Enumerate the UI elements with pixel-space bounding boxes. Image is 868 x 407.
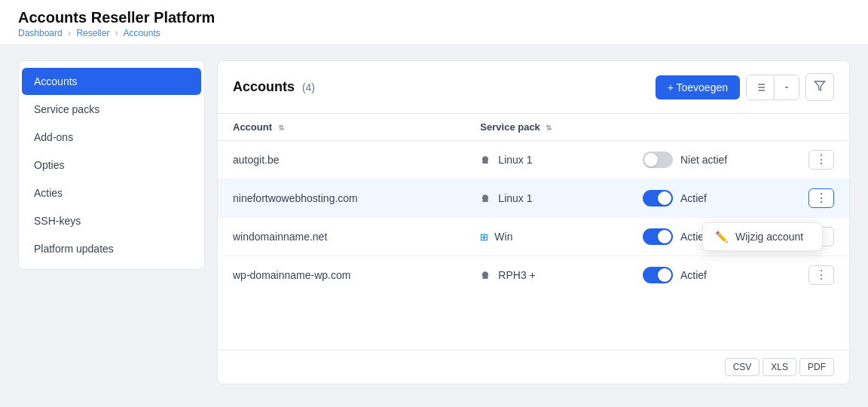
col-status: [628, 114, 793, 141]
service-pack-label: Linux 1: [498, 154, 532, 166]
filter-button[interactable]: [805, 73, 834, 101]
service-pack-label: Win: [494, 231, 512, 243]
toggle-knob: [658, 230, 671, 243]
sidebar-item-acties[interactable]: Acties: [22, 179, 201, 207]
service-pack-cell: RPH3 +: [465, 256, 628, 295]
content-header: Accounts (4) + Toevoegen: [218, 61, 849, 114]
svg-marker-6: [815, 81, 824, 90]
export-xls-button[interactable]: XLS: [763, 358, 796, 376]
status-toggle[interactable]: [643, 151, 673, 168]
list-icon: [754, 81, 766, 93]
status-cell: Actief: [628, 256, 793, 295]
service-pack-cell: Linux 1: [465, 141, 628, 179]
service-pack-label: Linux 1: [498, 192, 532, 204]
filter-icon: [814, 80, 826, 92]
col-service-pack: Service pack ⇅: [465, 114, 628, 141]
row-actions-cell: ⋮: [793, 141, 849, 179]
service-pack-icon: [480, 154, 492, 166]
breadcrumb-reseller[interactable]: Reseller: [76, 28, 109, 38]
sidebar-item-accounts[interactable]: Accounts: [22, 68, 201, 95]
service-pack-cell: ⊞ Win: [465, 218, 628, 256]
status-text: Niet actief: [680, 154, 727, 166]
page-title: Accounts Reseller Platform: [18, 9, 850, 26]
row-action-button[interactable]: ⋮: [808, 188, 834, 208]
service-pack-icon: [480, 192, 492, 204]
col-actions: [793, 114, 849, 141]
account-name: windomainname.net: [218, 218, 465, 256]
content-title: Accounts: [233, 79, 295, 94]
status-cell: Actief: [628, 179, 793, 218]
view-toggle-group: [746, 75, 799, 100]
service-pack-cell: Linux 1: [465, 179, 628, 218]
status-toggle[interactable]: [643, 228, 673, 245]
row-action-button[interactable]: ⋮: [808, 150, 834, 170]
row-action-button[interactable]: ⋮: [808, 265, 834, 285]
sort-icon-service-pack: ⇅: [546, 124, 552, 132]
edit-account-label: Wijzig account: [735, 231, 803, 243]
dropdown-toggle-button[interactable]: [775, 75, 799, 99]
account-name: autogit.be: [218, 141, 465, 179]
service-pack-icon: [480, 269, 492, 281]
sidebar-item-platform-updates[interactable]: Platform updates: [22, 235, 201, 262]
export-csv-button[interactable]: CSV: [725, 358, 760, 376]
account-name: wp-domainname-wp.com: [218, 256, 465, 295]
sidebar-item-opties[interactable]: Opties: [22, 151, 201, 179]
toggle-knob: [658, 268, 671, 282]
chevron-down-icon: [782, 83, 791, 92]
list-view-button[interactable]: [747, 75, 774, 99]
service-pack-icon: ⊞: [480, 231, 488, 243]
breadcrumb-dashboard[interactable]: Dashboard: [18, 28, 63, 38]
sidebar-item-service-packs[interactable]: Service packs: [22, 96, 201, 123]
pencil-icon: ✏️: [715, 231, 728, 243]
export-pdf-button[interactable]: PDF: [799, 358, 834, 376]
status-text: Actief: [680, 192, 707, 204]
row-actions-cell: ⋮: [793, 179, 849, 218]
service-pack-label: RPH3 +: [498, 269, 535, 281]
toggle-knob: [644, 153, 658, 167]
add-account-button[interactable]: + Toevoegen: [656, 75, 740, 99]
edit-account-item[interactable]: ✏️ Wijzig account: [703, 223, 822, 250]
sidebar: Accounts Service packs Add-ons Opties Ac…: [18, 60, 205, 270]
table-footer: CSV XLS PDF: [218, 350, 849, 384]
row-actions-cell: ⋮: [793, 256, 849, 295]
count-badge: (4): [302, 81, 315, 93]
context-menu: ✏️ Wijzig account: [702, 222, 823, 251]
status-text: Actief: [680, 269, 707, 281]
sidebar-item-ssh-keys[interactable]: SSH-keys: [22, 207, 201, 234]
accounts-table: Account ⇅ Service pack ⇅ autogit.be: [218, 114, 849, 294]
table-row: wp-domainname-wp.com RPH3 + Actief ⋮: [218, 256, 849, 295]
table-row: autogit.be Linux 1 Niet actief ⋮: [218, 141, 849, 179]
breadcrumb-accounts[interactable]: Accounts: [123, 28, 160, 38]
sort-icon-account: ⇅: [278, 124, 284, 132]
toggle-knob: [658, 191, 671, 205]
status-toggle[interactable]: [643, 267, 673, 283]
table-row: ninefortwowebhosting.com Linux 1 Actief …: [218, 179, 849, 218]
header-actions: + Toevoegen: [656, 73, 834, 101]
col-account: Account ⇅: [218, 114, 465, 141]
top-header: Accounts Reseller Platform Dashboard › R…: [0, 0, 868, 45]
status-toggle[interactable]: [643, 190, 673, 207]
status-cell: Niet actief: [628, 141, 793, 179]
sidebar-item-add-ons[interactable]: Add-ons: [22, 124, 201, 151]
breadcrumb: Dashboard › Reseller › Accounts: [18, 28, 850, 38]
account-name: ninefortwowebhosting.com: [218, 179, 465, 218]
